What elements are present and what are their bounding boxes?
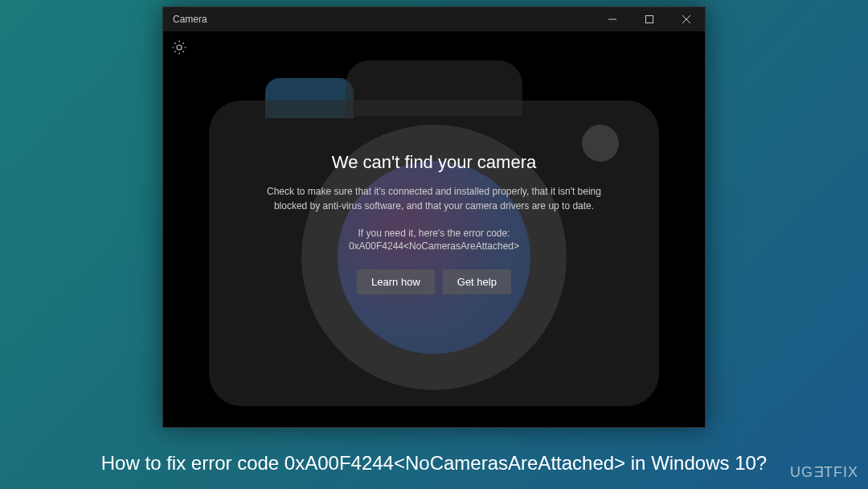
maximize-button[interactable] <box>631 7 668 31</box>
get-help-button[interactable]: Get help <box>443 269 511 294</box>
svg-point-4 <box>177 45 182 50</box>
titlebar[interactable]: Camera <box>163 7 705 31</box>
minimize-button[interactable] <box>594 7 631 31</box>
error-title: We can't find your camera <box>241 152 627 173</box>
error-panel: We can't find your camera Check to make … <box>241 152 627 294</box>
error-code: 0xA00F4244<NoCamerasAreAttached> <box>241 240 627 252</box>
article-caption: How to fix error code 0xA00F4244<NoCamer… <box>0 452 868 475</box>
error-buttons: Learn how Get help <box>241 269 627 294</box>
close-button[interactable] <box>668 7 705 31</box>
camera-app-body: We can't find your camera Check to make … <box>163 31 705 427</box>
camera-app-window: Camera We <box>162 6 706 428</box>
window-controls <box>594 7 705 31</box>
watermark-logo: UGETFIX <box>790 464 858 481</box>
learn-how-button[interactable]: Learn how <box>357 269 435 294</box>
error-code-label: If you need it, here's the error code: <box>241 228 627 239</box>
gear-icon[interactable] <box>171 39 187 55</box>
window-title: Camera <box>173 14 594 25</box>
error-description: Check to make sure that it's connected a… <box>241 184 627 213</box>
svg-rect-1 <box>646 16 653 23</box>
